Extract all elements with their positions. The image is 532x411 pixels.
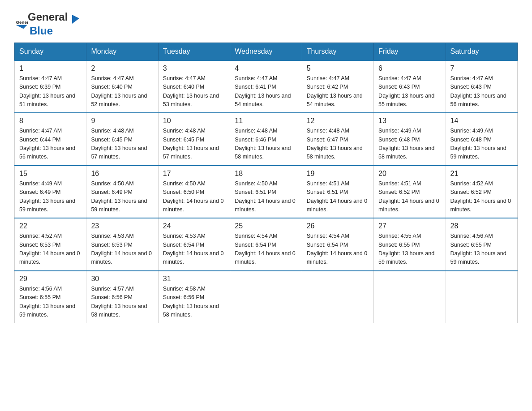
calendar-cell: 24 Sunrise: 4:53 AMSunset: 6:54 PMDaylig… bbox=[158, 218, 230, 271]
calendar-cell bbox=[446, 271, 517, 323]
day-info: Sunrise: 4:47 AMSunset: 6:44 PMDaylight:… bbox=[19, 127, 82, 162]
day-info: Sunrise: 4:52 AMSunset: 6:53 PMDaylight:… bbox=[19, 232, 82, 267]
calendar-cell: 18 Sunrise: 4:50 AMSunset: 6:51 PMDaylig… bbox=[230, 166, 302, 218]
svg-text:General: General bbox=[16, 20, 28, 25]
week-row-1: 1 Sunrise: 4:47 AMSunset: 6:39 PMDayligh… bbox=[15, 60, 518, 113]
calendar-cell: 8 Sunrise: 4:47 AMSunset: 6:44 PMDayligh… bbox=[15, 113, 86, 166]
calendar-cell: 9 Sunrise: 4:48 AMSunset: 6:45 PMDayligh… bbox=[86, 113, 158, 166]
day-info: Sunrise: 4:57 AMSunset: 6:56 PMDaylight:… bbox=[91, 285, 153, 320]
calendar-table: SundayMondayTuesdayWednesdayThursdayFrid… bbox=[14, 43, 518, 324]
day-number: 4 bbox=[235, 64, 297, 73]
week-row-2: 8 Sunrise: 4:47 AMSunset: 6:44 PMDayligh… bbox=[15, 113, 518, 166]
calendar-cell: 7 Sunrise: 4:47 AMSunset: 6:43 PMDayligh… bbox=[446, 60, 517, 113]
day-number: 10 bbox=[163, 117, 225, 125]
calendar-cell bbox=[302, 271, 373, 323]
logo-triangle-icon bbox=[69, 13, 80, 25]
day-info: Sunrise: 4:53 AMSunset: 6:54 PMDaylight:… bbox=[163, 232, 225, 267]
day-info: Sunrise: 4:51 AMSunset: 6:51 PMDaylight:… bbox=[307, 180, 369, 214]
calendar-cell: 16 Sunrise: 4:50 AMSunset: 6:49 PMDaylig… bbox=[86, 166, 158, 218]
day-number: 2 bbox=[91, 64, 153, 73]
day-info: Sunrise: 4:49 AMSunset: 6:49 PMDaylight:… bbox=[19, 180, 82, 214]
day-number: 5 bbox=[307, 64, 369, 73]
calendar-cell: 28 Sunrise: 4:56 AMSunset: 6:55 PMDaylig… bbox=[446, 218, 517, 271]
day-info: Sunrise: 4:48 AMSunset: 6:45 PMDaylight:… bbox=[163, 127, 225, 162]
header-sunday: Sunday bbox=[15, 43, 86, 60]
day-info: Sunrise: 4:50 AMSunset: 6:49 PMDaylight:… bbox=[91, 180, 153, 214]
day-number: 9 bbox=[91, 117, 153, 125]
header-monday: Monday bbox=[86, 43, 158, 60]
header-tuesday: Tuesday bbox=[158, 43, 230, 60]
week-row-3: 15 Sunrise: 4:49 AMSunset: 6:49 PMDaylig… bbox=[15, 166, 518, 218]
day-number: 28 bbox=[450, 222, 513, 230]
calendar-cell bbox=[230, 271, 302, 323]
day-number: 30 bbox=[91, 275, 153, 283]
day-number: 13 bbox=[378, 117, 441, 125]
day-number: 19 bbox=[307, 170, 369, 178]
day-info: Sunrise: 4:50 AMSunset: 6:50 PMDaylight:… bbox=[163, 180, 225, 214]
svg-marker-1 bbox=[16, 25, 27, 29]
day-number: 20 bbox=[378, 170, 441, 178]
logo-general-text: General bbox=[28, 11, 68, 23]
header-saturday: Saturday bbox=[446, 43, 517, 60]
day-info: Sunrise: 4:49 AMSunset: 6:48 PMDaylight:… bbox=[378, 127, 441, 162]
day-number: 29 bbox=[19, 275, 82, 283]
calendar-cell: 31 Sunrise: 4:58 AMSunset: 6:56 PMDaylig… bbox=[158, 271, 230, 323]
week-row-5: 29 Sunrise: 4:56 AMSunset: 6:55 PMDaylig… bbox=[15, 271, 518, 323]
calendar-cell: 10 Sunrise: 4:48 AMSunset: 6:45 PMDaylig… bbox=[158, 113, 230, 166]
calendar-cell: 12 Sunrise: 4:48 AMSunset: 6:47 PMDaylig… bbox=[302, 113, 373, 166]
calendar-cell: 30 Sunrise: 4:57 AMSunset: 6:56 PMDaylig… bbox=[86, 271, 158, 323]
day-info: Sunrise: 4:47 AMSunset: 6:39 PMDaylight:… bbox=[19, 74, 82, 109]
day-number: 14 bbox=[450, 117, 513, 125]
day-info: Sunrise: 4:47 AMSunset: 6:43 PMDaylight:… bbox=[378, 74, 441, 109]
day-info: Sunrise: 4:48 AMSunset: 6:46 PMDaylight:… bbox=[235, 127, 297, 162]
calendar-cell: 20 Sunrise: 4:51 AMSunset: 6:52 PMDaylig… bbox=[374, 166, 446, 218]
day-number: 25 bbox=[235, 222, 297, 230]
calendar-cell: 22 Sunrise: 4:52 AMSunset: 6:53 PMDaylig… bbox=[15, 218, 86, 271]
calendar-header-row: SundayMondayTuesdayWednesdayThursdayFrid… bbox=[15, 43, 518, 60]
day-number: 27 bbox=[378, 222, 441, 230]
day-info: Sunrise: 4:58 AMSunset: 6:56 PMDaylight:… bbox=[163, 285, 225, 320]
day-info: Sunrise: 4:56 AMSunset: 6:55 PMDaylight:… bbox=[450, 232, 513, 267]
day-info: Sunrise: 4:50 AMSunset: 6:51 PMDaylight:… bbox=[235, 180, 297, 214]
day-number: 16 bbox=[91, 170, 153, 178]
svg-marker-2 bbox=[72, 15, 79, 24]
day-info: Sunrise: 4:49 AMSunset: 6:48 PMDaylight:… bbox=[450, 127, 513, 162]
day-info: Sunrise: 4:47 AMSunset: 6:40 PMDaylight:… bbox=[91, 74, 153, 109]
day-info: Sunrise: 4:53 AMSunset: 6:53 PMDaylight:… bbox=[91, 232, 153, 267]
calendar-cell bbox=[374, 271, 446, 323]
day-number: 11 bbox=[235, 117, 297, 125]
day-number: 17 bbox=[163, 170, 225, 178]
day-info: Sunrise: 4:54 AMSunset: 6:54 PMDaylight:… bbox=[235, 232, 297, 267]
calendar-cell: 25 Sunrise: 4:54 AMSunset: 6:54 PMDaylig… bbox=[230, 218, 302, 271]
page-header: General General Blue bbox=[14, 11, 518, 37]
header-thursday: Thursday bbox=[302, 43, 373, 60]
day-info: Sunrise: 4:54 AMSunset: 6:54 PMDaylight:… bbox=[307, 232, 369, 267]
day-info: Sunrise: 4:48 AMSunset: 6:45 PMDaylight:… bbox=[91, 127, 153, 162]
header-friday: Friday bbox=[374, 43, 446, 60]
calendar-cell: 15 Sunrise: 4:49 AMSunset: 6:49 PMDaylig… bbox=[15, 166, 86, 218]
day-number: 15 bbox=[19, 170, 82, 178]
calendar-cell: 23 Sunrise: 4:53 AMSunset: 6:53 PMDaylig… bbox=[86, 218, 158, 271]
day-number: 24 bbox=[163, 222, 225, 230]
day-number: 6 bbox=[378, 64, 441, 73]
logo: General General Blue bbox=[14, 11, 81, 37]
day-number: 12 bbox=[307, 117, 369, 125]
calendar-cell: 13 Sunrise: 4:49 AMSunset: 6:48 PMDaylig… bbox=[374, 113, 446, 166]
day-info: Sunrise: 4:56 AMSunset: 6:55 PMDaylight:… bbox=[19, 285, 82, 320]
day-number: 3 bbox=[163, 64, 225, 73]
calendar-cell: 27 Sunrise: 4:55 AMSunset: 6:55 PMDaylig… bbox=[374, 218, 446, 271]
day-info: Sunrise: 4:47 AMSunset: 6:43 PMDaylight:… bbox=[450, 74, 513, 109]
day-info: Sunrise: 4:51 AMSunset: 6:52 PMDaylight:… bbox=[378, 180, 441, 214]
calendar-cell: 19 Sunrise: 4:51 AMSunset: 6:51 PMDaylig… bbox=[302, 166, 373, 218]
calendar-cell: 29 Sunrise: 4:56 AMSunset: 6:55 PMDaylig… bbox=[15, 271, 86, 323]
header-wednesday: Wednesday bbox=[230, 43, 302, 60]
logo-icon: General bbox=[15, 17, 28, 30]
day-number: 1 bbox=[19, 64, 82, 73]
day-info: Sunrise: 4:47 AMSunset: 6:42 PMDaylight:… bbox=[307, 74, 369, 109]
day-number: 31 bbox=[163, 275, 225, 283]
day-number: 18 bbox=[235, 170, 297, 178]
calendar-cell: 21 Sunrise: 4:52 AMSunset: 6:52 PMDaylig… bbox=[446, 166, 517, 218]
day-info: Sunrise: 4:48 AMSunset: 6:47 PMDaylight:… bbox=[307, 127, 369, 162]
calendar-cell: 26 Sunrise: 4:54 AMSunset: 6:54 PMDaylig… bbox=[302, 218, 373, 271]
day-info: Sunrise: 4:52 AMSunset: 6:52 PMDaylight:… bbox=[450, 180, 513, 214]
